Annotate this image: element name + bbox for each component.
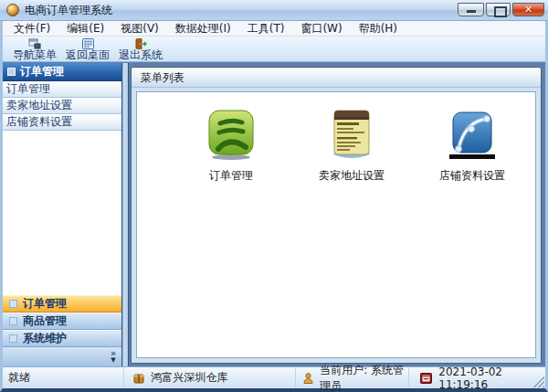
nav-group-button-products[interactable]: 商品管理	[3, 313, 121, 330]
toolbar-button-label: 退出系统	[119, 49, 163, 61]
shortcut-label: 卖家地址设置	[319, 168, 385, 184]
status-ready-label: 就绪	[8, 370, 30, 386]
panel-caption: 菜单列表	[132, 68, 541, 88]
status-ready: 就绪	[3, 367, 124, 388]
nav-overflow-button[interactable]: » ▼	[3, 347, 121, 366]
nav-menu-button[interactable]: 导航菜单	[8, 37, 61, 61]
menu-item-file[interactable]: 文件(F)	[5, 21, 58, 37]
warehouse-box-icon	[133, 373, 144, 384]
square-bullet-icon	[9, 334, 17, 343]
store-profile-icon	[447, 109, 498, 164]
app-logo-icon	[6, 4, 19, 16]
menu-item-help[interactable]: 帮助(H)	[351, 21, 406, 37]
exit-system-button[interactable]: 退出系统	[114, 37, 167, 61]
menubar: 文件(F) 编辑(E) 视图(V) 数据处理(I) 工具(T) 窗口(W) 帮助…	[3, 21, 545, 37]
nav-group-header-label: 订单管理	[20, 64, 64, 79]
status-warehouse-label: 鸿富兴深圳仓库	[151, 370, 227, 386]
nav-group-label: 订单管理	[23, 296, 67, 312]
resize-grip[interactable]	[532, 376, 544, 387]
sidebar-empty-area	[3, 131, 121, 295]
return-desktop-button[interactable]: 返回桌面	[61, 37, 114, 61]
navigation-pane: 订单管理 订单管理 卖家地址设置 店铺资料设置 订单管理 商品管理 系统维护 »	[3, 63, 122, 366]
status-warehouse: 鸿富兴深圳仓库	[124, 367, 296, 388]
toolbar: 导航菜单 返回桌面	[3, 37, 545, 62]
main-area: 菜单列表	[129, 63, 545, 366]
app-window: 电商订单管理系统 文件(F) 编辑(E) 视图(V) 数据处理(I) 工具(T)…	[0, 0, 548, 392]
statusbar: 就绪 鸿富兴深圳仓库 当前用户: 系统管理员	[3, 366, 545, 388]
toolbar-button-label: 导航菜单	[13, 49, 57, 61]
close-button[interactable]	[512, 3, 544, 16]
nav-group-header: 订单管理	[3, 63, 121, 81]
sidebar-item-order-management[interactable]: 订单管理	[3, 81, 121, 98]
chevron-overflow-icon: » ▼	[111, 349, 116, 364]
status-user: 当前用户: 系统管理员	[296, 367, 409, 388]
menu-item-tools[interactable]: 工具(T)	[239, 21, 293, 37]
menu-item-data[interactable]: 数据处理(I)	[167, 21, 239, 37]
sidebar-splitter[interactable]	[122, 63, 129, 366]
status-datetime: 2021-03-02 11:19:16	[409, 367, 545, 388]
status-datetime-label: 2021-03-02 11:19:16	[438, 366, 545, 391]
toolbar-button-label: 返回桌面	[66, 49, 110, 61]
shortcut-label: 订单管理	[209, 168, 253, 184]
orders-green-icon	[206, 109, 257, 164]
menu-list-content: 订单管理	[136, 91, 536, 358]
shortcut-order-management[interactable]: 订单管理	[184, 109, 278, 184]
client-area: 订单管理 订单管理 卖家地址设置 店铺资料设置 订单管理 商品管理 系统维护 »	[3, 63, 545, 366]
titlebar: 电商订单管理系统	[0, 0, 548, 21]
window-controls	[458, 0, 544, 20]
square-bullet-icon	[9, 317, 17, 325]
user-icon	[303, 373, 313, 384]
address-notepad-icon	[326, 109, 377, 164]
shortcut-label: 店铺资料设置	[439, 168, 505, 184]
shortcut-seller-address[interactable]: 卖家地址设置	[305, 109, 398, 184]
window-title: 电商订单管理系统	[25, 3, 458, 18]
menu-item-edit[interactable]: 编辑(E)	[58, 21, 112, 37]
square-bullet-icon	[9, 300, 17, 308]
menu-item-view[interactable]: 视图(V)	[112, 21, 167, 37]
clock-calendar-icon	[420, 373, 432, 384]
menu-list-panel: 菜单列表	[131, 67, 542, 364]
minimize-button[interactable]	[458, 3, 484, 16]
nav-group-button-orders[interactable]: 订单管理	[3, 295, 121, 313]
nav-group-button-maintenance[interactable]: 系统维护	[3, 330, 121, 347]
maximize-button[interactable]	[486, 3, 511, 16]
square-bullet-icon	[7, 68, 16, 76]
sidebar-item-seller-address[interactable]: 卖家地址设置	[3, 98, 121, 114]
nav-group-label: 商品管理	[23, 313, 67, 329]
sidebar-item-store-profile[interactable]: 店铺资料设置	[3, 114, 121, 131]
status-user-label: 当前用户: 系统管理员	[320, 363, 408, 392]
menu-item-window[interactable]: 窗口(W)	[292, 21, 350, 37]
shortcut-store-profile[interactable]: 店铺资料设置	[426, 109, 519, 184]
nav-group-label: 系统维护	[23, 331, 67, 346]
